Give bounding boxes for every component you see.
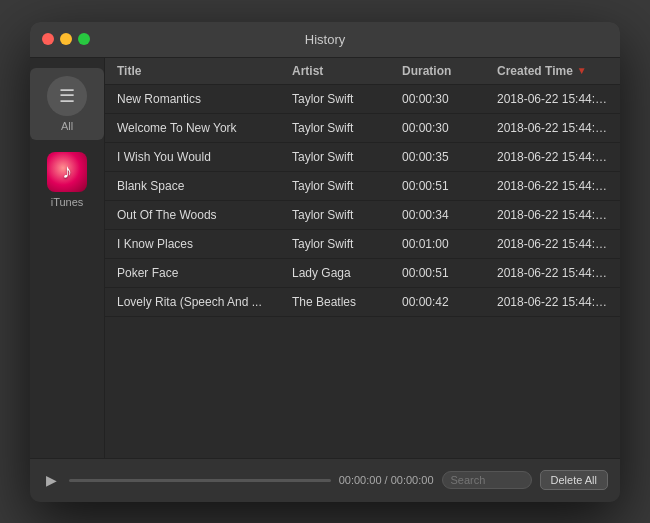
app-window: History ☰ All ♪ iTunes Title	[30, 22, 620, 502]
cell-artist: Taylor Swift	[292, 90, 402, 108]
cell-created_time: 2018-06-22 15:44:43	[497, 148, 608, 166]
table-row[interactable]: Poker FaceLady Gaga00:00:512018-06-22 15…	[105, 259, 620, 288]
sidebar-item-itunes[interactable]: ♪ iTunes	[30, 144, 104, 216]
cell-duration: 00:00:35	[402, 148, 497, 166]
table-row[interactable]: I Know PlacesTaylor Swift00:01:002018-06…	[105, 230, 620, 259]
cell-created_time: 2018-06-22 15:44:43	[497, 293, 608, 311]
cell-title: Lovely Rita (Speech And ...	[117, 293, 292, 311]
bottom-bar: ▶ 00:00:00 / 00:00:00 Delete All	[30, 458, 620, 502]
cell-title: I Know Places	[117, 235, 292, 253]
table-area: Title Artist Duration Created Time ▼ New…	[105, 58, 620, 458]
progress-bar[interactable]	[69, 479, 331, 482]
cell-duration: 00:00:34	[402, 206, 497, 224]
table-row[interactable]: I Wish You WouldTaylor Swift00:00:352018…	[105, 143, 620, 172]
table-row[interactable]: New RomanticsTaylor Swift00:00:302018-06…	[105, 85, 620, 114]
delete-all-button[interactable]: Delete All	[540, 470, 608, 490]
cell-title: Blank Space	[117, 177, 292, 195]
header-artist[interactable]: Artist	[292, 64, 402, 78]
cell-duration: 00:01:00	[402, 235, 497, 253]
cell-duration: 00:00:30	[402, 119, 497, 137]
cell-artist: Taylor Swift	[292, 148, 402, 166]
cell-created_time: 2018-06-22 15:44:43	[497, 264, 608, 282]
table-body: New RomanticsTaylor Swift00:00:302018-06…	[105, 85, 620, 458]
titlebar: History	[30, 22, 620, 58]
cell-artist: Taylor Swift	[292, 235, 402, 253]
play-button[interactable]: ▶	[42, 470, 61, 490]
time-display: 00:00:00 / 00:00:00	[339, 474, 434, 486]
cell-duration: 00:00:42	[402, 293, 497, 311]
cell-title: I Wish You Would	[117, 148, 292, 166]
header-created-time[interactable]: Created Time ▼	[497, 64, 608, 78]
window-title: History	[305, 32, 345, 47]
minimize-button[interactable]	[60, 33, 72, 45]
cell-created_time: 2018-06-22 15:44:43	[497, 90, 608, 108]
close-button[interactable]	[42, 33, 54, 45]
table-row[interactable]: Lovely Rita (Speech And ...The Beatles00…	[105, 288, 620, 317]
cell-created_time: 2018-06-22 15:44:43	[497, 206, 608, 224]
sidebar: ☰ All ♪ iTunes	[30, 58, 105, 458]
sort-arrow-icon: ▼	[577, 65, 587, 76]
traffic-lights	[42, 33, 90, 45]
cell-artist: Taylor Swift	[292, 119, 402, 137]
cell-title: Poker Face	[117, 264, 292, 282]
table-header: Title Artist Duration Created Time ▼	[105, 58, 620, 85]
all-icon: ☰	[47, 76, 87, 116]
cell-artist: Taylor Swift	[292, 206, 402, 224]
table-row[interactable]: Out Of The WoodsTaylor Swift00:00:342018…	[105, 201, 620, 230]
cell-artist: Lady Gaga	[292, 264, 402, 282]
sidebar-item-all[interactable]: ☰ All	[30, 68, 104, 140]
itunes-icon: ♪	[47, 152, 87, 192]
cell-duration: 00:00:30	[402, 90, 497, 108]
cell-artist: The Beatles	[292, 293, 402, 311]
cell-duration: 00:00:51	[402, 177, 497, 195]
sidebar-item-itunes-label: iTunes	[51, 196, 84, 208]
table-row[interactable]: Welcome To New YorkTaylor Swift00:00:302…	[105, 114, 620, 143]
header-title[interactable]: Title	[117, 64, 292, 78]
cell-title: New Romantics	[117, 90, 292, 108]
cell-created_time: 2018-06-22 15:44:43	[497, 177, 608, 195]
cell-duration: 00:00:51	[402, 264, 497, 282]
cell-created_time: 2018-06-22 15:44:43	[497, 119, 608, 137]
table-row[interactable]: Blank SpaceTaylor Swift00:00:512018-06-2…	[105, 172, 620, 201]
cell-artist: Taylor Swift	[292, 177, 402, 195]
cell-title: Out Of The Woods	[117, 206, 292, 224]
maximize-button[interactable]	[78, 33, 90, 45]
sidebar-item-all-label: All	[61, 120, 73, 132]
header-duration[interactable]: Duration	[402, 64, 497, 78]
search-input[interactable]	[442, 471, 532, 489]
main-content: ☰ All ♪ iTunes Title Artist D	[30, 58, 620, 458]
cell-created_time: 2018-06-22 15:44:43	[497, 235, 608, 253]
cell-title: Welcome To New York	[117, 119, 292, 137]
